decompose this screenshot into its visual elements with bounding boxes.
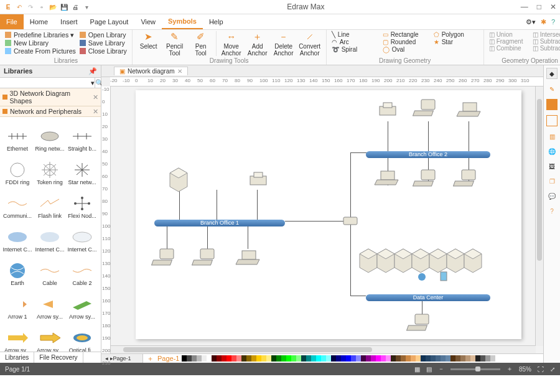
shape-item[interactable]: Flash link <box>34 187 66 220</box>
shape-item[interactable]: Earth <box>1 254 34 287</box>
options-icon[interactable]: ⚙▾ <box>526 18 536 26</box>
shape-item[interactable]: Ethernet <box>1 119 34 153</box>
tab-libraries[interactable]: Libraries <box>0 352 34 363</box>
library-search-input[interactable] <box>0 78 91 88</box>
color-palette[interactable] <box>182 355 495 362</box>
close-icon[interactable]: ✕ <box>93 108 98 115</box>
zoom-in-icon[interactable]: ＋ <box>506 365 513 373</box>
v-scrollbar[interactable] <box>535 86 543 346</box>
fit-page-icon[interactable]: ⛶ <box>538 366 544 373</box>
save-icon[interactable]: 💾 <box>60 2 68 11</box>
rt-comment-icon[interactable]: 💬 <box>547 191 557 201</box>
shape-item[interactable]: Arrow sy... <box>34 321 66 352</box>
geom-polygon[interactable]: ⬠Polygon <box>434 31 478 38</box>
shape-item[interactable]: Optical fi... <box>66 321 98 352</box>
shape-item[interactable]: Star netw... <box>66 153 98 187</box>
shape-item[interactable]: Internet C... <box>34 220 66 254</box>
open-library-button[interactable]: Open Library <box>80 31 127 39</box>
rt-stroke-icon[interactable] <box>546 115 558 126</box>
rt-fill-icon[interactable] <box>546 99 558 110</box>
shape-item[interactable]: Ring netw... <box>34 119 66 153</box>
zoom-out-icon[interactable]: － <box>438 365 444 373</box>
menu-view[interactable]: View <box>134 14 162 29</box>
shape-item[interactable]: Arrow sy... <box>1 321 34 352</box>
op-subtract2[interactable]: ◫ Subtract <box>533 45 560 52</box>
document-tab[interactable]: ▣Network diagram✕ <box>114 67 188 75</box>
shape-item[interactable]: Arrow sy... <box>66 287 98 321</box>
library-category-network-peripherals[interactable]: Network and Peripherals✕ <box>0 106 101 117</box>
help-icon[interactable]: ? <box>551 18 555 26</box>
create-from-pictures-button[interactable]: Create From Pictures <box>5 47 76 55</box>
canvas[interactable]: Branch Office 1 Branch Office 2 Data Cen… <box>111 86 543 353</box>
geom-rectangle[interactable]: ▭Rectangle <box>383 31 427 38</box>
minimize-icon[interactable]: — <box>521 2 528 11</box>
redo-icon[interactable]: ↷ <box>26 2 35 11</box>
predefine-libraries-button[interactable]: Predefine Libraries ▾ <box>5 31 76 39</box>
menu-home[interactable]: Home <box>24 14 54 29</box>
select-tool[interactable]: ➤Select <box>138 31 160 50</box>
rt-layers-icon[interactable]: ❐ <box>547 176 557 186</box>
shape-item[interactable]: Straight b... <box>66 119 98 153</box>
geom-rounded[interactable]: ▢Rounded <box>383 39 427 45</box>
convert-anchor-tool[interactable]: ⟋Convert Anchor <box>299 31 321 57</box>
menu-help[interactable]: Help <box>203 14 230 29</box>
save-library-button[interactable]: Save Library <box>80 39 127 47</box>
tab-file-recovery[interactable]: File Recovery <box>34 352 83 363</box>
shape-item[interactable]: Internet C... <box>1 220 34 254</box>
menu-page-layout[interactable]: Page Layout <box>84 14 135 29</box>
view-mode-icon[interactable]: ▦ <box>414 366 420 373</box>
op-combine[interactable]: ◫ Combine <box>489 45 528 52</box>
shape-item[interactable]: Arrow 1 <box>1 287 34 321</box>
shape-item[interactable]: Communi... <box>1 187 34 220</box>
geom-star[interactable]: ★Star <box>434 39 478 45</box>
rt-image-icon[interactable]: 🖼 <box>547 161 557 171</box>
shape-item[interactable]: Token ring <box>34 153 66 187</box>
qat-more-icon[interactable]: ▾ <box>82 2 91 11</box>
h-scrollbar[interactable] <box>111 345 536 353</box>
undo-icon[interactable]: ↶ <box>15 2 24 11</box>
shape-item[interactable]: Internet C... <box>66 220 98 254</box>
delete-anchor-tool[interactable]: －Delete Anchor <box>273 31 295 57</box>
close-icon[interactable]: ✕ <box>550 2 556 11</box>
geom-oval[interactable]: ◯Oval <box>383 46 427 53</box>
zoom-slider[interactable] <box>450 368 500 370</box>
geom-spiral[interactable]: ➰Spiral <box>332 46 376 53</box>
brand-icon[interactable]: ✱ <box>541 18 546 26</box>
page-label-active[interactable]: Page-1 <box>157 355 179 362</box>
op-union[interactable]: ◫ Union <box>489 31 528 38</box>
library-category-3d-network[interactable]: 3D Network Diagram Shapes✕ <box>0 88 101 106</box>
shape-item[interactable]: Flexi Nod... <box>66 187 98 220</box>
print-icon[interactable]: 🖨 <box>71 2 80 11</box>
close-icon[interactable]: ✕ <box>177 68 182 75</box>
new-library-button[interactable]: New Library <box>5 39 76 47</box>
geom-line[interactable]: ╲Line <box>332 31 376 38</box>
rt-help-icon[interactable]: ? <box>547 206 557 216</box>
page[interactable]: Branch Office 1 Branch Office 2 Data Cen… <box>136 90 521 339</box>
pencil-tool[interactable]: ✎Pencil Tool <box>164 31 186 57</box>
maximize-icon[interactable]: □ <box>537 2 541 11</box>
open-file-icon[interactable]: 📂 <box>49 2 57 11</box>
add-anchor-tool[interactable]: ＋Add Anchor <box>246 31 269 57</box>
geom-arc[interactable]: ◠Arc <box>332 39 376 45</box>
rt-cursor-icon[interactable]: ◆ <box>546 68 558 79</box>
op-intersect[interactable]: ◫ Intersect <box>533 31 560 38</box>
menu-file[interactable]: File <box>0 14 24 29</box>
shape-item[interactable]: Cable <box>34 254 66 287</box>
rt-edit-icon[interactable]: ✎ <box>547 84 557 94</box>
move-anchor-tool[interactable]: ↔Move Anchor <box>220 31 243 57</box>
menu-symbols[interactable]: Symbols <box>162 14 203 29</box>
fullscreen-icon[interactable]: ⤢ <box>550 366 555 373</box>
rt-globe-icon[interactable]: 🌐 <box>547 146 557 156</box>
close-library-button[interactable]: Close Library <box>80 47 127 55</box>
panel-pin-icon[interactable]: 📌 <box>88 67 97 75</box>
shape-item[interactable]: Cable 2 <box>66 254 98 287</box>
pen-tool[interactable]: ✐Pen Tool <box>190 31 212 57</box>
shape-item[interactable]: FDDI ring <box>1 153 34 187</box>
close-icon[interactable]: ✕ <box>93 93 98 101</box>
shape-item[interactable]: Arrow sy... <box>34 287 66 321</box>
op-fragment[interactable]: ◫ Fragment <box>489 38 528 45</box>
op-subtract[interactable]: ◫ Subtract <box>533 38 560 45</box>
view-page-icon[interactable]: ▤ <box>426 366 432 373</box>
new-file-icon[interactable]: ▫ <box>37 2 46 11</box>
rt-page-icon[interactable]: ▥ <box>547 131 557 141</box>
